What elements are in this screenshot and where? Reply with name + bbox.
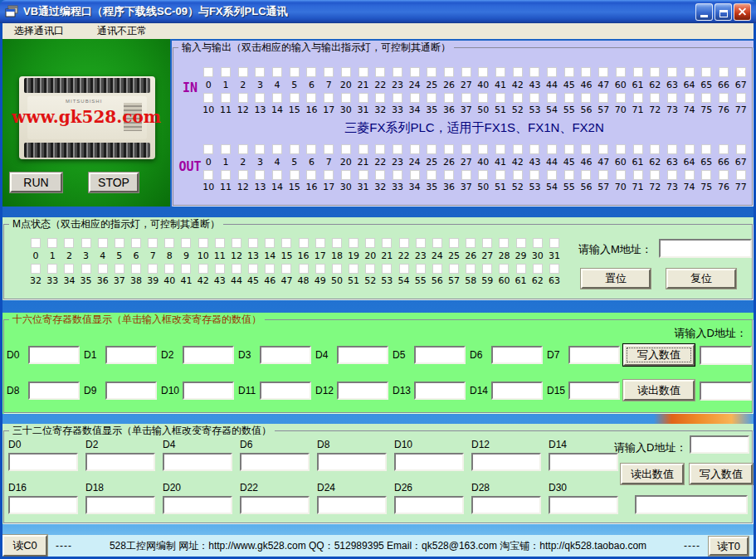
input-indicator[interactable] — [578, 66, 595, 78]
m-indicator[interactable] — [495, 263, 512, 275]
output-indicator[interactable] — [200, 169, 217, 181]
m-indicator[interactable] — [245, 263, 261, 275]
output-indicator[interactable] — [389, 143, 407, 155]
m-indicator[interactable] — [362, 237, 378, 249]
output-indicator[interactable] — [441, 169, 458, 181]
m-indicator[interactable] — [95, 263, 111, 275]
output-indicator[interactable] — [612, 169, 630, 181]
output-indicator[interactable] — [612, 143, 630, 155]
output-indicator[interactable] — [200, 143, 217, 155]
m-indicator[interactable] — [378, 237, 395, 249]
input-indicator[interactable] — [372, 66, 389, 78]
m-indicator[interactable] — [529, 237, 546, 249]
output-indicator[interactable] — [372, 143, 389, 155]
output-indicator[interactable] — [664, 169, 681, 181]
input-indicator[interactable] — [544, 66, 561, 78]
input-indicator[interactable] — [698, 66, 715, 78]
m-indicator[interactable] — [362, 263, 378, 275]
input-indicator[interactable] — [423, 92, 441, 104]
input-indicator[interactable] — [389, 92, 407, 104]
input-indicator[interactable] — [560, 92, 578, 104]
reg32-wide-value-input[interactable] — [635, 495, 748, 514]
output-indicator[interactable] — [475, 169, 492, 181]
register-value-input[interactable] — [260, 346, 311, 364]
input-indicator[interactable] — [698, 92, 715, 104]
register-value-input[interactable] — [414, 382, 466, 400]
m-indicator[interactable] — [61, 237, 77, 249]
output-indicator[interactable] — [320, 169, 338, 181]
input-indicator[interactable] — [492, 66, 510, 78]
input-indicator[interactable] — [303, 66, 320, 78]
input-indicator[interactable] — [457, 92, 475, 104]
output-indicator[interactable] — [475, 143, 492, 155]
m-indicator[interactable] — [295, 263, 312, 275]
register-value-input[interactable] — [394, 453, 464, 471]
m-indicator[interactable] — [546, 237, 563, 249]
reg32-write-value-button[interactable]: 写入数值 — [690, 464, 753, 484]
m-indicator[interactable] — [77, 263, 94, 275]
register-value-input[interactable] — [28, 346, 80, 364]
output-indicator[interactable] — [664, 143, 681, 155]
output-indicator[interactable] — [423, 169, 441, 181]
output-indicator[interactable] — [354, 169, 372, 181]
m-indicator[interactable] — [378, 263, 395, 275]
m-indicator[interactable] — [329, 237, 345, 249]
m-indicator[interactable] — [228, 237, 245, 249]
output-indicator[interactable] — [680, 143, 698, 155]
output-indicator[interactable] — [646, 169, 664, 181]
m-indicator[interactable] — [261, 263, 278, 275]
output-indicator[interactable] — [629, 169, 646, 181]
reset-button[interactable]: 复位 — [666, 269, 736, 289]
close-button[interactable] — [734, 3, 751, 21]
output-indicator[interactable] — [509, 143, 526, 155]
m-indicator[interactable] — [395, 237, 412, 249]
m-indicator[interactable] — [178, 263, 194, 275]
output-indicator[interactable] — [269, 143, 286, 155]
run-button[interactable]: RUN — [10, 173, 62, 192]
menu-item-select-com-port[interactable]: 选择通讯口 — [9, 23, 69, 39]
read-value-button[interactable]: 读出数值 — [623, 380, 695, 401]
output-indicator[interactable] — [732, 169, 749, 181]
m-indicator[interactable] — [513, 263, 529, 275]
m-indicator[interactable] — [395, 263, 412, 275]
register-value-input[interactable] — [471, 496, 541, 514]
stop-button[interactable]: STOP — [89, 173, 139, 192]
reg16-write-address-input[interactable] — [700, 346, 752, 365]
input-indicator[interactable] — [406, 66, 423, 78]
input-indicator[interactable] — [320, 92, 338, 104]
output-indicator[interactable] — [303, 143, 320, 155]
m-indicator[interactable] — [144, 237, 161, 249]
output-indicator[interactable] — [578, 143, 595, 155]
output-indicator[interactable] — [646, 143, 664, 155]
register-value-input[interactable] — [549, 453, 618, 471]
register-value-input[interactable] — [240, 496, 310, 514]
m-indicator[interactable] — [261, 237, 278, 249]
input-indicator[interactable] — [389, 66, 407, 78]
output-indicator[interactable] — [285, 169, 303, 181]
input-indicator[interactable] — [251, 92, 269, 104]
m-indicator[interactable] — [429, 237, 446, 249]
output-indicator[interactable] — [389, 169, 407, 181]
input-indicator[interactable] — [457, 66, 475, 78]
register-value-input[interactable] — [85, 453, 155, 471]
output-indicator[interactable] — [406, 143, 423, 155]
input-indicator[interactable] — [595, 66, 612, 78]
output-indicator[interactable] — [560, 169, 578, 181]
input-indicator[interactable] — [629, 92, 646, 104]
register-value-input[interactable] — [568, 346, 620, 364]
output-indicator[interactable] — [595, 143, 612, 155]
register-value-input[interactable] — [105, 346, 157, 364]
input-indicator[interactable] — [509, 92, 526, 104]
input-indicator[interactable] — [285, 92, 303, 104]
input-indicator[interactable] — [338, 66, 355, 78]
output-indicator[interactable] — [269, 169, 286, 181]
m-indicator[interactable] — [212, 237, 228, 249]
input-indicator[interactable] — [680, 66, 698, 78]
output-indicator[interactable] — [303, 169, 320, 181]
output-indicator[interactable] — [492, 169, 510, 181]
m-indicator[interactable] — [95, 237, 111, 249]
register-value-input[interactable] — [568, 382, 620, 400]
input-indicator[interactable] — [475, 92, 492, 104]
input-indicator[interactable] — [475, 66, 492, 78]
register-value-input[interactable] — [414, 346, 466, 364]
